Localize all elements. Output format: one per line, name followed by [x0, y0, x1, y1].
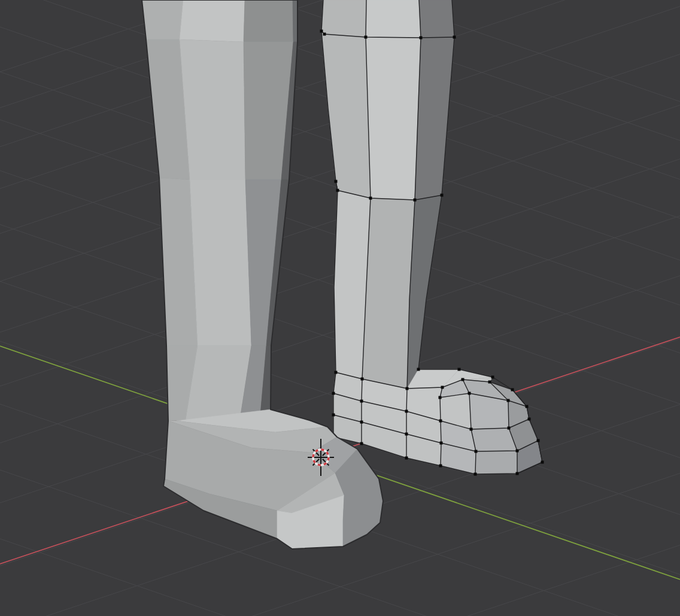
mesh-vertex[interactable]: [420, 37, 423, 40]
mesh-vertex[interactable]: [488, 381, 491, 384]
mesh-face: [180, 0, 245, 42]
mesh-vertex[interactable]: [320, 30, 323, 33]
blender-3d-viewport[interactable]: [0, 0, 680, 616]
mesh-vertex[interactable]: [406, 387, 409, 390]
mesh-face: [366, 37, 421, 200]
mesh-vertex[interactable]: [361, 378, 364, 381]
mesh-vertex[interactable]: [332, 392, 335, 395]
mesh-vertex[interactable]: [470, 428, 473, 431]
mesh-vertex[interactable]: [516, 450, 519, 453]
mesh-vertex[interactable]: [332, 414, 335, 417]
mesh-vertex[interactable]: [462, 378, 465, 381]
mesh-face: [293, 0, 298, 42]
mesh-vertex[interactable]: [360, 442, 363, 445]
mesh-vertex[interactable]: [474, 473, 477, 476]
viewport-canvas[interactable]: [0, 0, 680, 616]
mesh-vertex[interactable]: [360, 400, 363, 403]
mesh-vertex[interactable]: [537, 439, 540, 442]
mesh-vertex[interactable]: [414, 199, 417, 202]
mesh-face: [366, 0, 421, 38]
mesh-vertex[interactable]: [440, 442, 443, 445]
mesh-vertex[interactable]: [491, 376, 494, 379]
mesh-vertex[interactable]: [405, 457, 408, 460]
mesh-vertex[interactable]: [439, 465, 442, 468]
mesh-vertex[interactable]: [507, 399, 510, 402]
mesh-vertex[interactable]: [468, 392, 471, 395]
mesh-vertex[interactable]: [453, 36, 456, 39]
mesh-vertex[interactable]: [335, 371, 338, 374]
mesh-vertex[interactable]: [335, 180, 338, 183]
mesh-vertex[interactable]: [528, 418, 531, 421]
mesh-vertex[interactable]: [541, 461, 544, 464]
mesh-vertex[interactable]: [323, 33, 326, 36]
mesh-vertex[interactable]: [441, 386, 444, 389]
mesh-face: [475, 451, 517, 474]
mesh-vertex[interactable]: [417, 368, 420, 371]
mesh-face: [419, 0, 454, 38]
mesh-vertex[interactable]: [516, 472, 519, 475]
mesh-vertex[interactable]: [405, 433, 408, 436]
mesh-vertex[interactable]: [360, 421, 363, 424]
mesh-face: [244, 0, 293, 42]
mesh-face: [190, 180, 251, 345]
mesh-vertex[interactable]: [439, 420, 442, 423]
mesh-vertex[interactable]: [458, 368, 461, 371]
mesh-vertex[interactable]: [526, 405, 529, 408]
mesh-face: [180, 40, 245, 180]
mesh-vertex[interactable]: [511, 389, 514, 392]
mesh-face: [362, 198, 415, 389]
mesh-vertex[interactable]: [405, 410, 408, 413]
mesh-vertex[interactable]: [441, 194, 444, 197]
mesh-vertex[interactable]: [336, 189, 339, 192]
mesh-vertex[interactable]: [365, 36, 368, 39]
mesh-vertex[interactable]: [369, 197, 372, 200]
mesh-vertex[interactable]: [475, 450, 478, 453]
mesh-vertex[interactable]: [508, 427, 511, 430]
mesh-vertex[interactable]: [439, 396, 442, 399]
mesh-face: [321, 0, 366, 37]
mesh-face: [142, 0, 183, 40]
